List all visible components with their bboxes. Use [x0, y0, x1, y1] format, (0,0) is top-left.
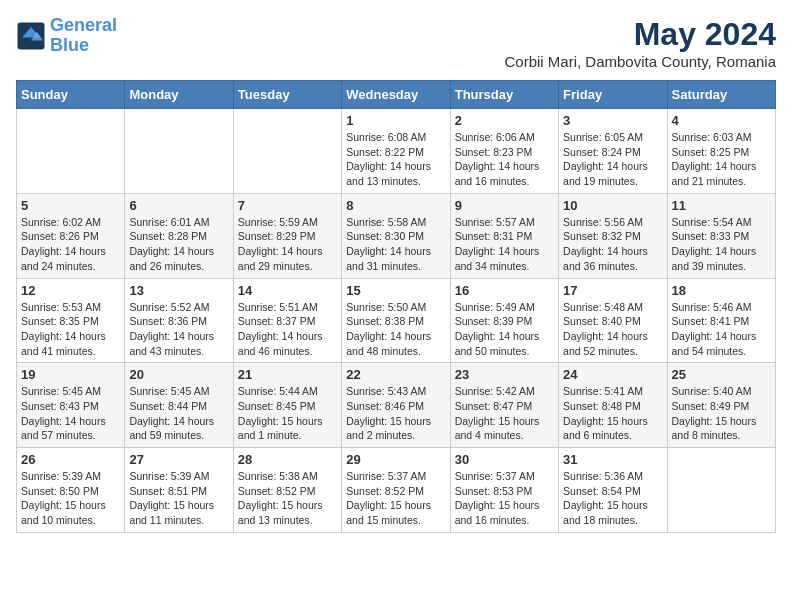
day-number: 16 [455, 283, 554, 298]
day-info: Sunrise: 5:59 AMSunset: 8:29 PMDaylight:… [238, 215, 337, 274]
day-info: Sunrise: 5:43 AMSunset: 8:46 PMDaylight:… [346, 384, 445, 443]
day-number: 7 [238, 198, 337, 213]
day-info: Sunrise: 5:39 AMSunset: 8:50 PMDaylight:… [21, 469, 120, 528]
calendar-header: SundayMondayTuesdayWednesdayThursdayFrid… [17, 81, 776, 109]
calendar-cell: 9Sunrise: 5:57 AMSunset: 8:31 PMDaylight… [450, 193, 558, 278]
day-number: 5 [21, 198, 120, 213]
calendar-cell: 8Sunrise: 5:58 AMSunset: 8:30 PMDaylight… [342, 193, 450, 278]
day-info: Sunrise: 6:06 AMSunset: 8:23 PMDaylight:… [455, 130, 554, 189]
day-number: 26 [21, 452, 120, 467]
day-info: Sunrise: 5:39 AMSunset: 8:51 PMDaylight:… [129, 469, 228, 528]
day-number: 20 [129, 367, 228, 382]
day-number: 6 [129, 198, 228, 213]
logo-text: General Blue [50, 16, 117, 56]
calendar-cell: 23Sunrise: 5:42 AMSunset: 8:47 PMDayligh… [450, 363, 558, 448]
day-info: Sunrise: 6:05 AMSunset: 8:24 PMDaylight:… [563, 130, 662, 189]
calendar-cell: 15Sunrise: 5:50 AMSunset: 8:38 PMDayligh… [342, 278, 450, 363]
day-info: Sunrise: 5:49 AMSunset: 8:39 PMDaylight:… [455, 300, 554, 359]
day-info: Sunrise: 5:54 AMSunset: 8:33 PMDaylight:… [672, 215, 771, 274]
day-info: Sunrise: 5:58 AMSunset: 8:30 PMDaylight:… [346, 215, 445, 274]
day-info: Sunrise: 5:48 AMSunset: 8:40 PMDaylight:… [563, 300, 662, 359]
calendar-cell: 20Sunrise: 5:45 AMSunset: 8:44 PMDayligh… [125, 363, 233, 448]
calendar-cell [233, 109, 341, 194]
day-info: Sunrise: 5:50 AMSunset: 8:38 PMDaylight:… [346, 300, 445, 359]
weekday-header-sunday: Sunday [17, 81, 125, 109]
day-info: Sunrise: 5:51 AMSunset: 8:37 PMDaylight:… [238, 300, 337, 359]
logo: General Blue [16, 16, 117, 56]
weekday-header-friday: Friday [559, 81, 667, 109]
weekday-header-tuesday: Tuesday [233, 81, 341, 109]
calendar-cell: 24Sunrise: 5:41 AMSunset: 8:48 PMDayligh… [559, 363, 667, 448]
day-info: Sunrise: 6:08 AMSunset: 8:22 PMDaylight:… [346, 130, 445, 189]
day-info: Sunrise: 5:44 AMSunset: 8:45 PMDaylight:… [238, 384, 337, 443]
day-info: Sunrise: 5:45 AMSunset: 8:43 PMDaylight:… [21, 384, 120, 443]
day-info: Sunrise: 6:01 AMSunset: 8:28 PMDaylight:… [129, 215, 228, 274]
calendar-week-4: 19Sunrise: 5:45 AMSunset: 8:43 PMDayligh… [17, 363, 776, 448]
calendar-cell: 6Sunrise: 6:01 AMSunset: 8:28 PMDaylight… [125, 193, 233, 278]
calendar-cell: 3Sunrise: 6:05 AMSunset: 8:24 PMDaylight… [559, 109, 667, 194]
day-info: Sunrise: 6:02 AMSunset: 8:26 PMDaylight:… [21, 215, 120, 274]
weekday-header-monday: Monday [125, 81, 233, 109]
calendar-cell: 7Sunrise: 5:59 AMSunset: 8:29 PMDaylight… [233, 193, 341, 278]
day-info: Sunrise: 5:52 AMSunset: 8:36 PMDaylight:… [129, 300, 228, 359]
title-block: May 2024 Corbii Mari, Dambovita County, … [505, 16, 777, 70]
day-number: 30 [455, 452, 554, 467]
calendar-cell: 13Sunrise: 5:52 AMSunset: 8:36 PMDayligh… [125, 278, 233, 363]
day-number: 12 [21, 283, 120, 298]
calendar-cell: 16Sunrise: 5:49 AMSunset: 8:39 PMDayligh… [450, 278, 558, 363]
day-number: 25 [672, 367, 771, 382]
day-info: Sunrise: 5:40 AMSunset: 8:49 PMDaylight:… [672, 384, 771, 443]
day-number: 9 [455, 198, 554, 213]
subtitle: Corbii Mari, Dambovita County, Romania [505, 53, 777, 70]
day-number: 23 [455, 367, 554, 382]
day-number: 24 [563, 367, 662, 382]
logo-general: General [50, 15, 117, 35]
calendar-cell: 14Sunrise: 5:51 AMSunset: 8:37 PMDayligh… [233, 278, 341, 363]
weekday-header-thursday: Thursday [450, 81, 558, 109]
calendar-cell [125, 109, 233, 194]
day-number: 29 [346, 452, 445, 467]
calendar-cell: 18Sunrise: 5:46 AMSunset: 8:41 PMDayligh… [667, 278, 775, 363]
day-info: Sunrise: 5:56 AMSunset: 8:32 PMDaylight:… [563, 215, 662, 274]
day-info: Sunrise: 5:57 AMSunset: 8:31 PMDaylight:… [455, 215, 554, 274]
day-number: 22 [346, 367, 445, 382]
day-info: Sunrise: 5:41 AMSunset: 8:48 PMDaylight:… [563, 384, 662, 443]
logo-blue: Blue [50, 35, 89, 55]
calendar-cell: 10Sunrise: 5:56 AMSunset: 8:32 PMDayligh… [559, 193, 667, 278]
day-info: Sunrise: 5:38 AMSunset: 8:52 PMDaylight:… [238, 469, 337, 528]
main-title: May 2024 [505, 16, 777, 53]
calendar-cell: 12Sunrise: 5:53 AMSunset: 8:35 PMDayligh… [17, 278, 125, 363]
day-number: 11 [672, 198, 771, 213]
day-number: 18 [672, 283, 771, 298]
calendar-cell: 22Sunrise: 5:43 AMSunset: 8:46 PMDayligh… [342, 363, 450, 448]
weekday-header-wednesday: Wednesday [342, 81, 450, 109]
calendar-week-3: 12Sunrise: 5:53 AMSunset: 8:35 PMDayligh… [17, 278, 776, 363]
day-number: 2 [455, 113, 554, 128]
calendar-cell: 17Sunrise: 5:48 AMSunset: 8:40 PMDayligh… [559, 278, 667, 363]
day-info: Sunrise: 5:45 AMSunset: 8:44 PMDaylight:… [129, 384, 228, 443]
calendar-week-5: 26Sunrise: 5:39 AMSunset: 8:50 PMDayligh… [17, 448, 776, 533]
calendar-cell: 27Sunrise: 5:39 AMSunset: 8:51 PMDayligh… [125, 448, 233, 533]
day-number: 17 [563, 283, 662, 298]
day-info: Sunrise: 5:42 AMSunset: 8:47 PMDaylight:… [455, 384, 554, 443]
calendar-cell: 31Sunrise: 5:36 AMSunset: 8:54 PMDayligh… [559, 448, 667, 533]
day-number: 4 [672, 113, 771, 128]
page-header: General Blue May 2024 Corbii Mari, Dambo… [16, 16, 776, 70]
calendar-cell: 28Sunrise: 5:38 AMSunset: 8:52 PMDayligh… [233, 448, 341, 533]
calendar-week-2: 5Sunrise: 6:02 AMSunset: 8:26 PMDaylight… [17, 193, 776, 278]
day-number: 21 [238, 367, 337, 382]
calendar-cell: 4Sunrise: 6:03 AMSunset: 8:25 PMDaylight… [667, 109, 775, 194]
calendar-cell: 1Sunrise: 6:08 AMSunset: 8:22 PMDaylight… [342, 109, 450, 194]
day-info: Sunrise: 5:37 AMSunset: 8:52 PMDaylight:… [346, 469, 445, 528]
day-number: 27 [129, 452, 228, 467]
logo-icon [16, 21, 46, 51]
calendar-cell: 21Sunrise: 5:44 AMSunset: 8:45 PMDayligh… [233, 363, 341, 448]
day-number: 28 [238, 452, 337, 467]
calendar-cell: 30Sunrise: 5:37 AMSunset: 8:53 PMDayligh… [450, 448, 558, 533]
day-number: 10 [563, 198, 662, 213]
day-number: 8 [346, 198, 445, 213]
day-number: 14 [238, 283, 337, 298]
day-info: Sunrise: 5:37 AMSunset: 8:53 PMDaylight:… [455, 469, 554, 528]
day-number: 13 [129, 283, 228, 298]
day-info: Sunrise: 6:03 AMSunset: 8:25 PMDaylight:… [672, 130, 771, 189]
